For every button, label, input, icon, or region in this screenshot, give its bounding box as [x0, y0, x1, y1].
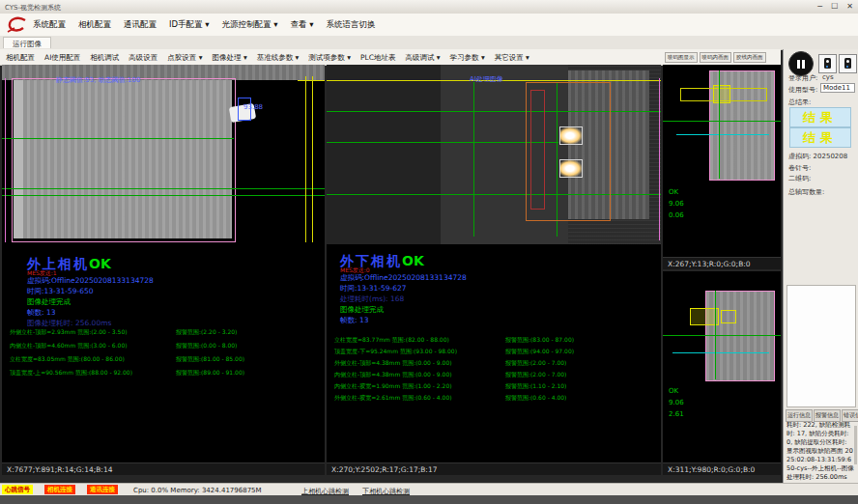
aux-tab-code-view[interactable]: 喷码内画面: [700, 52, 732, 63]
aux-view-header: 喷码图显示 喷码内画面 胶线内画面: [663, 49, 781, 66]
tool-test-params[interactable]: 测试项参数 ▾: [308, 53, 351, 63]
magenta-edge-line: [659, 78, 660, 240]
tool-learn-params[interactable]: 学习参数 ▾: [450, 53, 485, 63]
ai-process-label: AI处理图像: [470, 74, 503, 84]
camera-snapshot-button[interactable]: [818, 54, 837, 73]
green-measure-line: [2, 195, 325, 196]
time-text: 时间:13-31-59-627: [340, 284, 407, 294]
aux-overlay-line: 0.06: [669, 211, 684, 219]
magenta-edge-line: [5, 78, 6, 242]
measure-row-alarm: 报警范围:(89.00 - 91.00): [176, 369, 244, 378]
model-input[interactable]: Mode11: [820, 83, 855, 93]
measure-row-text: 顶盖宽度-上=90.56mm 范围:(88.00 - 92.00): [10, 369, 132, 378]
log-scrollbar[interactable]: [854, 426, 857, 464]
maximize-icon[interactable]: ☐: [831, 2, 838, 11]
menu-item-comm-config[interactable]: 通讯配置: [124, 19, 157, 31]
measure-row-alarm: 报警范围:(2.00 - 7.00): [505, 371, 566, 379]
tool-ai-config[interactable]: AI使用配置: [44, 53, 80, 63]
process-status-text: 图像处理完成: [340, 305, 384, 315]
measure-row-alarm: 报警范围:(0.00 - 8.00): [176, 342, 237, 350]
time-text: 时间:13-31-59-650: [27, 287, 94, 296]
process-status-text: 图像处理完成: [27, 297, 71, 307]
pixel-coords-bar: X:267;Y:13;R:0;G:0;B:0: [663, 257, 781, 269]
aux-overlay-line: OK: [669, 387, 678, 395]
tool-other-settings[interactable]: 其它设置 ▾: [495, 53, 529, 63]
measure-row-text: 内侧立柱-顶部=4.60mm 范围:(3.00 - 6.00): [10, 342, 128, 350]
menu-item-system-config[interactable]: 系统配置: [33, 19, 66, 31]
qr-code-label: 二维码:: [788, 174, 811, 183]
heartbeat-badge: 心跳信号: [2, 485, 33, 494]
minimize-icon[interactable]: ─: [817, 2, 822, 11]
red-roi-box: [530, 90, 545, 210]
yellow-detect-box: [713, 85, 730, 103]
elapsed-text: 处理耗时(ms): 168: [340, 294, 404, 304]
tab-strip: 运行图像: [0, 36, 858, 50]
yellow-detect-box: [721, 310, 736, 323]
measure-row-alarm: 报警范围:(83.00 - 87.00): [505, 336, 574, 345]
result-badge-1: 结果: [789, 107, 851, 127]
aux-bottom-panel: OK 9.06 2.61 X:311;Y:980;R:0;G:0;B:0: [663, 271, 781, 475]
tool-glue-settings[interactable]: 点胶设置 ▾: [167, 53, 202, 63]
tool-plc-address[interactable]: PLC地址表: [360, 53, 395, 63]
elapsed-text: 图像处理耗时: 256.00ms: [27, 319, 111, 328]
measure-row-alarm: 报警范围:(0.60 - 4.00): [505, 394, 566, 403]
frame-count-text: 帧数: 13: [27, 308, 55, 318]
tab-run-image[interactable]: 运行图像: [3, 37, 51, 48]
part-edge-highlight: [14, 80, 23, 238]
green-measure-line: [715, 291, 716, 379]
measure-row-alarm: 报警范围:(2.20 - 3.20): [176, 328, 237, 337]
pixel-coords-bar: X:270;Y:2502;R:17;G:17;B:17: [327, 462, 661, 475]
camera-link-badge: 相机连接: [44, 485, 75, 494]
comm-link-badge: 通讯连接: [87, 485, 118, 494]
barcode-text: 虚拟码:Offline20250208133134728: [340, 273, 467, 283]
cyan-measure-line: [672, 352, 769, 353]
yellow-guide-line: [305, 76, 306, 242]
green-measure-line: [2, 138, 234, 139]
app-logo-icon: [6, 15, 29, 34]
menu-item-view[interactable]: 查看 ▾: [291, 19, 314, 31]
result-list-box[interactable]: [786, 285, 856, 407]
menu-items: 系统配置 相机配置 通讯配置 ID手配置 ▾ 光源控制配置 ▾ 查看 ▾ 系统语…: [33, 19, 375, 31]
green-measure-line: [663, 121, 781, 122]
tool-advanced-settings[interactable]: 高级设置: [129, 53, 157, 63]
aux-bottom-camera-view[interactable]: OK 9.06 2.61: [663, 271, 781, 462]
menu-item-language[interactable]: 系统语言切换: [326, 19, 375, 31]
bottom-edge-strip: [0, 495, 858, 504]
green-measure-line: [327, 111, 661, 112]
left-camera-view[interactable]: 静态阈值:93, 动态阈值:100 93.88: [2, 65, 325, 244]
tool-camera-config[interactable]: 相机配置: [6, 53, 35, 63]
green-measure-line: [719, 70, 720, 179]
menu-item-camera-config[interactable]: 相机配置: [78, 19, 111, 31]
close-icon[interactable]: ✕: [846, 2, 853, 11]
total-count-label: 总轴写数量:: [788, 187, 824, 197]
menu-item-id-config[interactable]: ID手配置 ▾: [169, 19, 210, 31]
aux-overlay-line: 2.61: [669, 410, 684, 418]
barcode-text: 虚拟码:Offline20250208133134728: [27, 276, 154, 286]
aux-tab-code-display[interactable]: 喷码图显示: [665, 52, 698, 63]
measure-row-alarm: 报警范围:(94.00 - 97.00): [505, 348, 574, 356]
aux-tab-glue-view[interactable]: 胶线内画面: [733, 52, 766, 63]
tool-image-processing[interactable]: 图像处理 ▾: [213, 53, 247, 63]
result-ok-badge: OK: [89, 256, 111, 271]
aux-top-camera-view[interactable]: OK 9.06 0.06: [663, 65, 781, 257]
camera-snapshot-button-2[interactable]: [839, 54, 857, 73]
green-measure-line: [2, 188, 325, 189]
toolbar-items: 相机配置 AI使用配置 相机调试 高级设置 点胶设置 ▾ 图像处理 ▾ 基准线参…: [6, 53, 529, 63]
app-window: CYS-视觉检测系统 ─ ☐ ✕ 系统配置 相机配置 通讯配置 ID手配置 ▾ …: [0, 0, 858, 504]
green-measure-line: [473, 82, 474, 237]
threshold-overlay-text: 静态阈值:93, 动态阈值:100: [56, 75, 140, 85]
center-camera-view[interactable]: AI处理图像: [327, 65, 661, 244]
tool-camera-debug[interactable]: 相机调试: [90, 53, 119, 63]
window-controls: ─ ☐ ✕: [817, 2, 853, 11]
yellow-guide-line: [312, 76, 313, 242]
menu-item-light-config[interactable]: 光源控制配置 ▾: [222, 19, 278, 31]
aux-top-panel: OK 9.06 0.06 X:267;Y:13;R:0;G:0;B:0: [663, 65, 781, 269]
tool-advanced-debug[interactable]: 高级调试 ▾: [405, 53, 440, 63]
tool-baseline-params[interactable]: 基准线参数 ▾: [257, 53, 300, 63]
login-user-label: 登录用户:: [788, 73, 817, 83]
toolbar: 相机配置 AI使用配置 相机调试 高级设置 点胶设置 ▾ 图像处理 ▾ 基准线参…: [0, 49, 663, 66]
pixel-coords-bar: X:311;Y:980;R:0;G:0;B:0: [663, 462, 781, 475]
log-text[interactable]: 耗时: 222, 缺陷检测耗时: 17, 缺陷分类耗时: 0, 缺陷提取分区耗时…: [786, 421, 854, 482]
pin-number-label: 卷针号:: [788, 163, 811, 173]
measure-row-alarm: 报警范围:(1.10 - 2.10): [505, 382, 566, 391]
